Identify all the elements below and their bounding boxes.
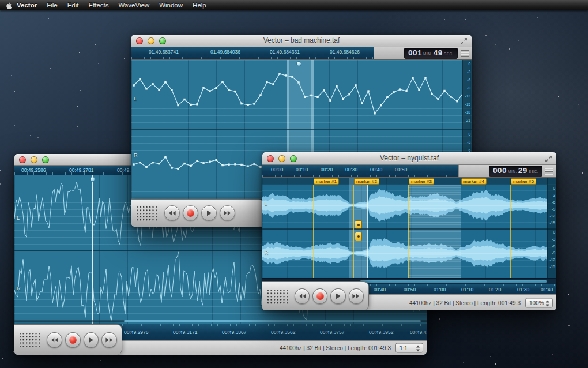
star [50,68,51,69]
close-button[interactable] [19,156,26,163]
star [578,104,579,105]
counter-minutes: 000 [493,167,507,175]
zoom-button[interactable] [290,155,297,162]
play-button[interactable] [84,332,99,348]
waveform-view[interactable]: L R marker #1marker #2marker #3marker #4… [262,178,556,278]
zoom-button[interactable] [159,37,166,44]
db-scale-label: -15 [550,265,555,269]
zoom-level-value: 1:1 [399,345,408,351]
rewind-button[interactable] [164,205,180,221]
star [123,133,123,133]
transport-controls [262,281,369,310]
counter-seconds: 49 [434,49,443,57]
play-button[interactable] [330,288,345,304]
marker-tag[interactable]: marker #2 [354,178,379,185]
marker-tag[interactable]: marker #4 [461,178,487,185]
db-scale-label: -6 [552,201,555,205]
menu-item-vector[interactable]: Vector [17,2,37,9]
star [2,82,2,83]
traffic-lights [267,155,297,162]
record-button[interactable] [183,205,198,221]
forward-button[interactable] [349,288,364,304]
close-button[interactable] [136,37,143,44]
rewind-icon [299,294,306,299]
scrollbar-handle[interactable] [360,280,547,283]
time-label: 00:40 [374,287,386,292]
marker-line [461,185,461,278]
zoom-level-select[interactable]: 100% [525,298,553,307]
record-button[interactable] [312,288,327,304]
db-scale-label: -3 [467,70,470,74]
channel-label-right: R [17,286,21,291]
stepper-arrows-icon [546,300,550,306]
counter-min-unit: MIN. [508,170,517,174]
time-label: 01:49.683741 [149,49,179,55]
playhead-knob[interactable] [296,61,301,66]
star [100,360,101,361]
apple-menu-icon[interactable] [6,2,12,9]
menu-item-window[interactable]: Window [159,2,183,9]
time-label: 01:49.684331 [270,49,300,55]
marker-tag[interactable]: marker #1 [314,178,339,185]
zoom-button[interactable] [42,156,49,163]
star [0,170,1,171]
menu-item-edit[interactable]: Edit [67,2,79,9]
playhead-knob[interactable] [90,177,95,182]
zoom-level-select[interactable]: 1:1 [395,343,423,353]
rewind-button[interactable] [295,288,310,304]
db-scale-label: 0 [468,133,470,137]
star [444,19,445,20]
fullscreen-icon[interactable] [460,37,468,45]
star [68,97,69,97]
timeline-ruler-top[interactable]: 00:0000:1000:2000:3000:4000:50 [262,165,458,177]
star [30,135,31,136]
menu-item-help[interactable]: Help [193,2,206,9]
record-button[interactable] [65,332,81,348]
menu-items: VectorFileEditEffectsWaveViewWindowHelp [17,2,206,9]
traffic-lights [19,156,49,163]
star [537,17,538,18]
title-bar[interactable]: Vector – nyquist.taf [262,152,556,165]
play-button[interactable] [201,205,217,221]
db-scale-label: -3 [467,141,470,145]
minimize-button[interactable] [278,155,285,162]
time-label: 01:10 [461,287,473,292]
forward-button[interactable] [220,205,235,221]
ruler-ticks [131,57,374,59]
scrollbar-handle[interactable] [124,320,421,322]
star [495,363,496,365]
star [14,125,15,126]
time-label: 00:49.3562 [271,329,296,335]
time-label: 00:40 [370,167,382,172]
marker-tag[interactable]: marker #3 [409,178,434,185]
star [14,91,15,92]
playhead[interactable] [92,175,93,324]
menu-item-file[interactable]: File [47,2,58,9]
forward-button[interactable] [101,332,117,348]
db-scale-label: -15 [550,221,555,226]
header-row: 01:49.68374101:49.68403601:49.68433101:4… [131,47,472,60]
close-button[interactable] [267,155,274,162]
title-bar[interactable]: Vector – bad machine.taf [131,35,472,47]
star [80,69,81,69]
star [576,12,576,13]
db-scale-label: 0 [553,187,555,191]
minimize-button[interactable] [148,37,154,44]
db-scale-label: -3 [552,194,555,198]
channel-label-right: R [134,152,138,158]
db-scale-label: 0 [553,231,555,235]
marker-line [510,185,511,278]
menu-item-waveview[interactable]: WaveView [118,2,149,9]
fullscreen-icon[interactable] [545,155,553,163]
star [80,90,81,91]
horizontal-scrollbar[interactable] [14,320,427,322]
window-title: Vector – nyquist.taf [262,152,556,164]
marker-line [313,185,314,278]
marker-tag[interactable]: marker #5 [511,178,536,185]
menu-item-effects[interactable]: Effects [89,2,109,9]
db-scale-label: -15 [465,103,470,107]
minimize-button[interactable] [31,156,37,163]
time-label: 01:30 [517,287,529,292]
rewind-button[interactable] [47,332,62,348]
timeline-ruler-top[interactable]: 01:49.68374101:49.68403601:49.68433101:4… [131,47,374,59]
